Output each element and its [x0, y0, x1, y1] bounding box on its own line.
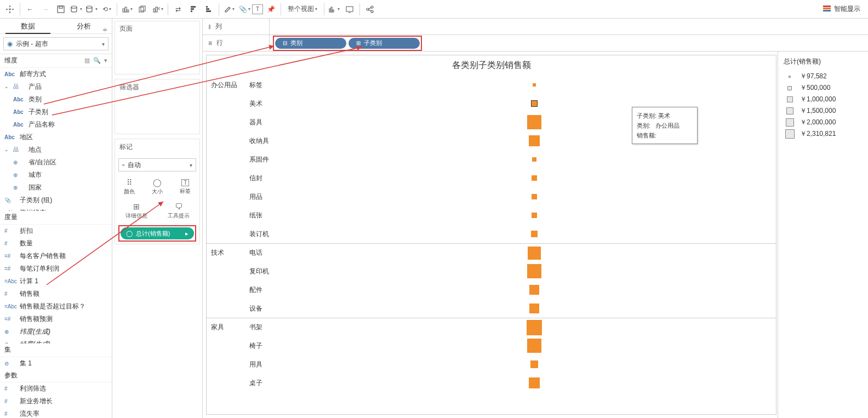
square-mark[interactable] [530, 360, 538, 368]
datasource-select[interactable]: ◉ 示例 - 超市 ▾ [3, 37, 108, 50]
field-city[interactable]: ⊕城市 [0, 169, 112, 181]
field-product[interactable]: ⌄品产品 [0, 81, 112, 93]
field-subcategory[interactable]: Abc子类别 [0, 106, 112, 118]
field-ship-mode[interactable]: Abc邮寄方式 [0, 68, 112, 81]
text-label-icon[interactable]: T [252, 4, 263, 14]
mark-cell[interactable] [292, 115, 776, 129]
square-mark[interactable] [528, 247, 541, 260]
size-pill[interactable]: ◯总计(销售额)▸ [121, 227, 194, 239]
square-mark[interactable] [529, 304, 539, 313]
mark-cell[interactable] [292, 157, 776, 162]
mark-cell[interactable] [292, 101, 776, 106]
tab-menu-icon[interactable]: ≑ [102, 22, 107, 37]
field-set1[interactable]: ⊘集 1 [0, 357, 112, 369]
pill-subcategory[interactable]: ⊞子类别 [349, 38, 420, 49]
mark-cell[interactable] [292, 377, 776, 388]
field-profit-per-order[interactable]: =#每笔订单利润 [0, 262, 112, 275]
filters-card[interactable]: 筛选器 [115, 79, 200, 134]
mark-cell[interactable] [292, 360, 776, 368]
sort-asc-icon[interactable] [186, 2, 201, 17]
square-mark[interactable] [527, 339, 541, 353]
show-cards-icon[interactable]: ▾ [327, 2, 342, 17]
clear-sheet-icon[interactable]: ▾ [150, 2, 165, 17]
tab-data[interactable]: 数据 [0, 19, 56, 33]
mark-cell[interactable] [292, 194, 776, 199]
viz-canvas[interactable]: 各类别子类别销售额 办公用品标签美术器具收纳具系固件信封用品纸张装订机技术电话复… [206, 55, 776, 415]
square-mark[interactable] [533, 83, 536, 87]
field-product-name[interactable]: Abc产品名称 [0, 118, 112, 131]
auto-update-icon[interactable]: ⟲▾ [99, 2, 115, 17]
mark-type-select[interactable]: ▫自动▾ [118, 158, 196, 171]
forward-icon[interactable]: → [38, 2, 53, 17]
square-mark[interactable] [531, 231, 538, 237]
field-category[interactable]: Abc类别 [0, 93, 112, 106]
square-mark[interactable] [527, 320, 542, 335]
rows-shelf[interactable]: ≡行 ⊟类别 ⊞子类别 [203, 35, 868, 51]
field-sales-per-customer[interactable]: =#每名客户销售额 [0, 250, 112, 262]
attach-icon[interactable]: 📎▾ [237, 2, 252, 17]
new-datasource-icon[interactable]: ▾ [68, 2, 84, 17]
fit-view-select[interactable]: 整个视图▾ [283, 2, 322, 17]
field-quantity[interactable]: #数量 [0, 237, 112, 250]
square-mark[interactable] [532, 194, 537, 199]
view-icon[interactable]: ▥ [84, 57, 90, 64]
highlight-icon[interactable]: ▾ [221, 2, 237, 17]
menu-icon[interactable]: ▾ [104, 57, 107, 64]
mark-cell[interactable] [292, 135, 776, 146]
mark-detail[interactable]: ⊞详细信息 [115, 199, 157, 223]
share-icon[interactable] [362, 2, 378, 17]
save-icon[interactable] [53, 2, 68, 17]
tab-analysis[interactable]: 分析≑ [56, 19, 112, 33]
sort-desc-icon[interactable] [201, 2, 216, 17]
back-icon[interactable]: ← [22, 2, 38, 17]
mark-cell[interactable] [292, 339, 776, 353]
mark-tooltip[interactable]: 🗨工具提示 [157, 199, 199, 223]
pill-category[interactable]: ⊟类别 [275, 38, 346, 49]
square-mark[interactable] [532, 213, 537, 218]
field-longitude[interactable]: ⊕经度(生成) [0, 338, 112, 343]
square-mark[interactable] [529, 135, 540, 146]
columns-shelf[interactable]: ⦀列 [203, 19, 868, 35]
field-sales-over-target[interactable]: =Abc销售额是否超过目标？ [0, 300, 112, 313]
refresh-datasource-icon[interactable]: ▾ [84, 2, 99, 17]
mark-label[interactable]: T标签 [172, 175, 199, 199]
mark-cell[interactable] [292, 175, 776, 181]
field-region[interactable]: Abc地区 [0, 131, 112, 144]
field-biz-growth[interactable]: #新业务增长 [0, 395, 112, 408]
mark-size[interactable]: ◯大小 [143, 175, 171, 199]
field-ship-status[interactable]: =Abc装运状态 [0, 207, 112, 211]
field-location[interactable]: ⌄品地点 [0, 144, 112, 156]
field-profit-filter[interactable]: #利润筛选 [0, 382, 112, 395]
square-mark[interactable] [532, 101, 537, 106]
field-churn[interactable]: #流失率 [0, 408, 112, 418]
mark-color[interactable]: ⠿颜色 [115, 175, 143, 199]
square-mark[interactable] [527, 264, 541, 278]
field-latitude[interactable]: ⊕纬度(生成) [0, 325, 112, 338]
swap-icon[interactable]: ⇄ [170, 2, 186, 17]
mark-cell[interactable] [292, 320, 776, 335]
new-sheet-icon[interactable]: ▾ [119, 2, 135, 17]
presentation-icon[interactable] [342, 2, 357, 17]
square-mark[interactable] [529, 377, 540, 388]
show-me-button[interactable]: 智能显示 [818, 4, 866, 14]
logo-icon[interactable] [2, 2, 18, 17]
field-country[interactable]: ⊕国家 [0, 181, 112, 194]
search-icon[interactable]: 🔍 [93, 57, 101, 64]
square-mark[interactable] [529, 285, 539, 295]
field-sales[interactable]: #销售额 [0, 288, 112, 300]
mark-cell[interactable] [292, 285, 776, 295]
square-mark[interactable] [532, 175, 537, 181]
mark-cell[interactable] [292, 304, 776, 313]
square-mark[interactable] [527, 115, 541, 129]
mark-cell[interactable] [292, 83, 776, 87]
duplicate-sheet-icon[interactable] [135, 2, 150, 17]
mark-cell[interactable] [292, 264, 776, 278]
pages-card[interactable]: 页面 [115, 21, 200, 75]
field-calc1[interactable]: =Abc计算 1 [0, 275, 112, 288]
pin-icon[interactable]: 📌 [263, 2, 278, 17]
field-sales-forecast[interactable]: =#销售额预测 [0, 313, 112, 325]
square-mark[interactable] [532, 157, 536, 162]
mark-cell[interactable] [292, 247, 776, 260]
field-subcat-group[interactable]: 📎子类别 (组) [0, 194, 112, 207]
field-discount[interactable]: #折扣 [0, 225, 112, 237]
